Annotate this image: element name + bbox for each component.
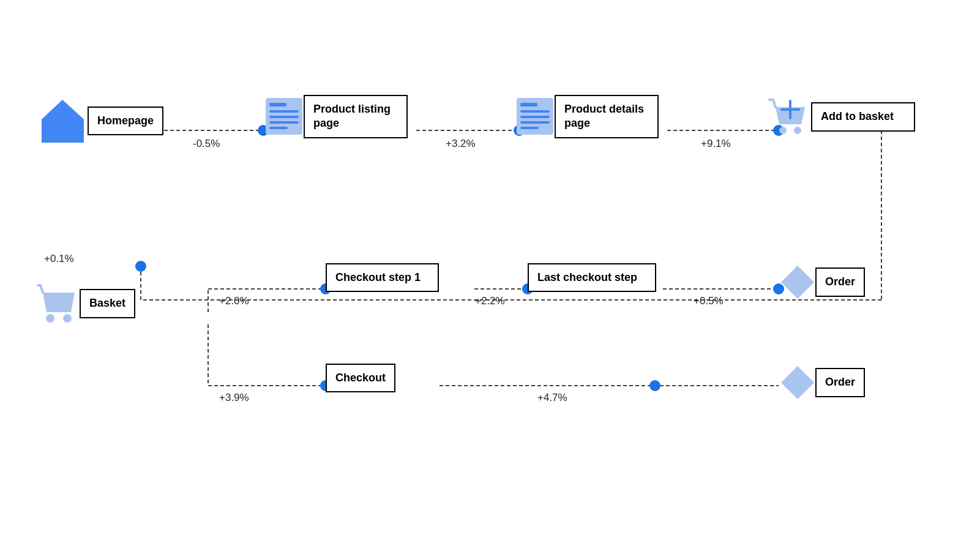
svg-rect-27 bbox=[269, 116, 299, 118]
svg-rect-28 bbox=[269, 121, 299, 124]
svg-rect-29 bbox=[269, 127, 288, 129]
svg-point-16 bbox=[135, 261, 146, 272]
order2-box: Order bbox=[815, 368, 865, 397]
svg-point-36 bbox=[779, 127, 787, 134]
svg-point-40 bbox=[46, 314, 54, 323]
svg-rect-35 bbox=[520, 127, 539, 129]
homepage-node: Homepage bbox=[37, 95, 163, 147]
order1-box: Order bbox=[815, 268, 865, 296]
svg-marker-42 bbox=[781, 266, 814, 299]
home-icon bbox=[37, 95, 89, 147]
order2-node: Order bbox=[779, 364, 865, 402]
last-checkout-box: Last checkout step bbox=[528, 263, 656, 292]
svg-rect-33 bbox=[520, 116, 550, 118]
product-listing-box: Product listing page bbox=[304, 95, 408, 138]
svg-point-41 bbox=[63, 314, 72, 323]
svg-rect-31 bbox=[520, 103, 537, 107]
svg-rect-32 bbox=[520, 110, 550, 113]
product-details-node: Product details page bbox=[514, 95, 659, 138]
order1-icon bbox=[779, 263, 817, 301]
edge-label-home-listing: -0.5% bbox=[193, 138, 220, 150]
product-listing-icon bbox=[263, 95, 305, 137]
edge-label-basket-checkout: +3.9% bbox=[219, 392, 249, 404]
basket-icon bbox=[37, 282, 81, 326]
checkout-step1-node: Checkout step 1 bbox=[326, 263, 439, 292]
order2-icon bbox=[779, 364, 817, 402]
checkout-box: Checkout bbox=[326, 364, 395, 392]
svg-rect-23 bbox=[56, 128, 69, 143]
product-details-box: Product details page bbox=[555, 95, 659, 138]
checkout-step1-box: Checkout step 1 bbox=[326, 263, 439, 292]
add-to-basket-node: Add to basket bbox=[768, 95, 915, 139]
diagram: -0.5% +3.2% +9.1% +0.1% +2.0% +2.2% +0.5… bbox=[0, 0, 980, 535]
edge-label-last-order1: +0.5% bbox=[694, 295, 724, 307]
order1-node: Order bbox=[779, 263, 865, 301]
basket-node: Basket bbox=[37, 282, 135, 326]
edge-label-checkout1-last: +2.2% bbox=[475, 295, 505, 307]
add-to-basket-icon bbox=[768, 95, 812, 139]
svg-rect-25 bbox=[269, 103, 286, 107]
homepage-box: Homepage bbox=[88, 107, 163, 135]
add-to-basket-box: Add to basket bbox=[811, 102, 915, 131]
svg-rect-34 bbox=[520, 121, 550, 124]
product-details-icon bbox=[514, 95, 556, 137]
basket-box: Basket bbox=[80, 289, 135, 318]
svg-point-21 bbox=[649, 380, 660, 391]
svg-point-37 bbox=[794, 127, 801, 134]
edge-label-listing-details: +3.2% bbox=[446, 138, 476, 150]
checkout-node: Checkout bbox=[326, 364, 395, 392]
svg-rect-26 bbox=[269, 110, 299, 113]
svg-marker-43 bbox=[781, 366, 814, 399]
edge-label-basket-return: +0.1% bbox=[44, 253, 74, 265]
edge-label-checkout-order2: +4.7% bbox=[537, 392, 567, 404]
edge-label-basket-checkout1: +2.0% bbox=[219, 295, 249, 307]
last-checkout-node: Last checkout step bbox=[528, 263, 656, 292]
edge-label-details-basket: +9.1% bbox=[701, 138, 731, 150]
product-listing-node: Product listing page bbox=[263, 95, 408, 138]
